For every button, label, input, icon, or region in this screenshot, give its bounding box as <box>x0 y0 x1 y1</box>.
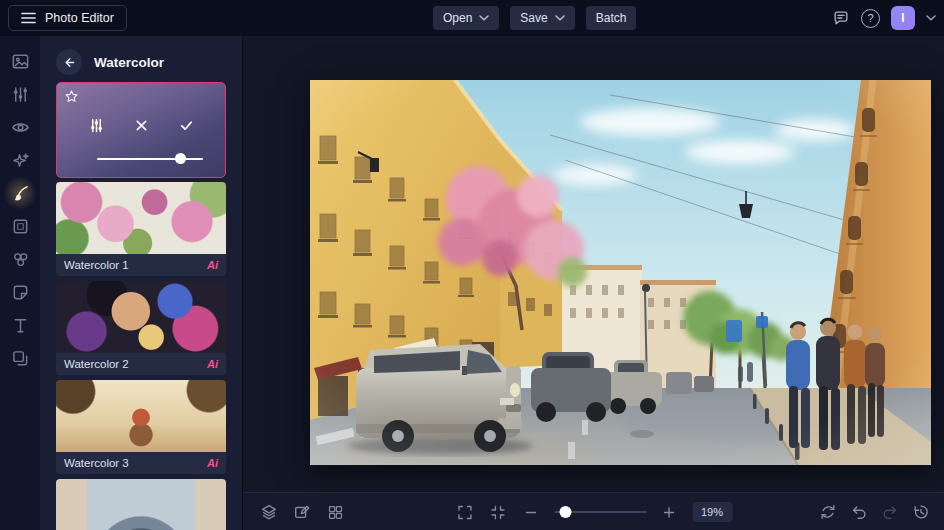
filter-thumb-watercolor-3[interactable]: Watercolor 3 Ai <box>56 380 226 474</box>
ai-badge: Ai <box>207 259 218 271</box>
canvas-toolbar: 19% <box>243 492 944 530</box>
sidebar-item-text[interactable] <box>7 312 33 338</box>
open-button-label: Open <box>443 11 472 25</box>
filter-thumb-watercolor-2[interactable]: Watercolor 2 Ai <box>56 281 226 375</box>
frame-icon <box>11 217 30 236</box>
help-icon[interactable]: ? <box>861 9 880 28</box>
account-chevron-down-icon[interactable] <box>926 15 936 21</box>
expand-icon[interactable] <box>455 502 475 522</box>
main-menu-button[interactable]: Photo Editor <box>8 5 127 31</box>
filter-thumb-labelbar: Watercolor 3 Ai <box>56 452 226 474</box>
ai-badge: Ai <box>207 358 218 370</box>
slider-track[interactable] <box>97 158 203 160</box>
help-glyph: ? <box>867 12 873 24</box>
zoom-out-icon[interactable] <box>521 502 541 522</box>
sidebar-item-effects[interactable] <box>7 147 33 173</box>
zoom-in-icon[interactable] <box>659 502 679 522</box>
fit-screen-icon[interactable] <box>488 502 508 522</box>
topbar: Photo Editor Open Save Batch ? I <box>0 0 944 36</box>
save-button[interactable]: Save <box>510 6 574 30</box>
canvas-area: 19% <box>242 36 944 530</box>
check-icon[interactable] <box>174 113 198 137</box>
panel-title: Watercolor <box>94 55 164 70</box>
selected-filter-card[interactable] <box>56 82 226 178</box>
sidebar-item-stickers[interactable] <box>7 279 33 305</box>
brush-icon <box>11 184 30 203</box>
text-icon <box>11 316 30 335</box>
watercolor-street-scene <box>310 80 931 465</box>
edit-canvas-icon[interactable] <box>292 502 312 522</box>
zoom-slider[interactable] <box>554 506 646 518</box>
filter-thumb-labelbar: Watercolor 2 Ai <box>56 353 226 375</box>
filter-thumb-label: Watercolor 3 <box>64 457 129 469</box>
canvas-toolbar-left <box>259 493 345 530</box>
shapes-icon <box>11 250 30 269</box>
sidebar-item-preview[interactable] <box>7 114 33 140</box>
canvas-image[interactable] <box>310 80 931 465</box>
filter-thumb-image <box>56 479 226 530</box>
avatar[interactable]: I <box>891 6 915 30</box>
redo-icon[interactable] <box>880 502 900 522</box>
eye-icon <box>11 118 30 137</box>
history-icon[interactable] <box>911 502 931 522</box>
canvas-toolbar-right <box>818 493 931 530</box>
layers-stack-icon[interactable] <box>259 502 279 522</box>
panel-header: Watercolor <box>40 36 242 75</box>
filter-card-controls <box>57 113 225 137</box>
slider-knob[interactable] <box>175 153 186 164</box>
save-button-label: Save <box>520 11 547 25</box>
sidebar-item-layout[interactable] <box>7 345 33 371</box>
zoom-slider-knob[interactable] <box>560 506 572 518</box>
back-arrow-icon <box>62 55 77 70</box>
layers-icon <box>11 349 30 368</box>
topbar-account: ? I <box>832 0 936 36</box>
sliders-icon <box>11 85 30 104</box>
zoom-level-value[interactable]: 19% <box>692 502 732 522</box>
filter-thumb-image <box>56 182 226 254</box>
tool-rail <box>0 36 40 530</box>
filter-panel: Watercolor <box>40 36 242 530</box>
undo-icon[interactable] <box>849 502 869 522</box>
grid-icon[interactable] <box>325 502 345 522</box>
open-button[interactable]: Open <box>433 6 499 30</box>
filter-thumb-partial[interactable] <box>56 479 226 530</box>
sidebar-item-frame[interactable] <box>7 213 33 239</box>
sidebar-item-photos[interactable] <box>7 48 33 74</box>
batch-button-label: Batch <box>596 11 627 25</box>
star-icon[interactable] <box>64 89 79 108</box>
batch-button[interactable]: Batch <box>586 6 637 30</box>
hamburger-menu-icon <box>21 12 36 24</box>
filter-thumb-label: Watercolor 1 <box>64 259 129 271</box>
adjust-icon[interactable] <box>84 113 108 137</box>
chat-icon[interactable] <box>832 9 850 27</box>
filter-intensity-slider[interactable] <box>97 153 203 165</box>
canvas-toolbar-center: 19% <box>455 493 732 530</box>
close-icon[interactable] <box>129 113 153 137</box>
filter-thumb-labelbar: Watercolor 1 Ai <box>56 254 226 276</box>
sparkles-icon <box>11 151 30 170</box>
avatar-initial: I <box>901 11 904 25</box>
image-icon <box>11 52 30 71</box>
ai-badge: Ai <box>207 457 218 469</box>
filter-thumb-image <box>56 281 226 353</box>
sidebar-item-elements[interactable] <box>7 246 33 272</box>
filter-thumb-image <box>56 380 226 452</box>
chevron-down-icon <box>555 15 565 21</box>
filter-thumb-watercolor-1[interactable]: Watercolor 1 Ai <box>56 182 226 276</box>
refresh-icon[interactable] <box>818 502 838 522</box>
photo-editor-app: Photo Editor Open Save Batch ? I <box>0 0 944 530</box>
chevron-down-icon <box>479 15 489 21</box>
sidebar-item-adjust[interactable] <box>7 81 33 107</box>
back-button[interactable] <box>56 49 82 75</box>
topbar-actions: Open Save Batch <box>433 6 636 30</box>
sidebar-item-creative-filters[interactable] <box>7 180 33 206</box>
sticker-icon <box>11 283 30 302</box>
app-title: Photo Editor <box>45 11 114 25</box>
filter-thumb-label: Watercolor 2 <box>64 358 129 370</box>
